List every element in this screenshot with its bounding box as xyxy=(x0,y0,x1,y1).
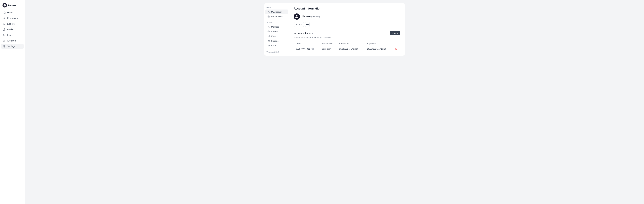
settings-content: Account Information bitdoze (bitdoze) Ed… xyxy=(289,3,405,56)
settings-menu-sso[interactable]: SSO xyxy=(265,43,288,48)
create-button[interactable]: Create xyxy=(390,31,400,35)
settings-menu-memo-label: Memo xyxy=(271,35,277,37)
settings-menu-memo[interactable]: Memo xyxy=(265,34,288,38)
settings-version: Version: v0.22.4 xyxy=(264,49,289,53)
settings-menu-preferences[interactable]: Preferences xyxy=(265,14,288,19)
svg-text:b: b xyxy=(4,4,5,6)
settings-menu-member-label: Member xyxy=(271,26,279,28)
settings-menu-member[interactable]: Member xyxy=(265,24,288,29)
more-button[interactable]: ••• xyxy=(305,22,310,27)
settings-icon xyxy=(3,45,6,48)
settings-menu-system-label: System xyxy=(271,30,278,33)
token-value-cell: eyJh****o9pI xyxy=(294,46,320,52)
resources-icon xyxy=(3,17,6,20)
svg-rect-7 xyxy=(312,48,314,50)
archived-icon xyxy=(3,39,6,42)
access-tokens-section-header: Access Tokens ↗ Create xyxy=(294,31,400,35)
edit-icon xyxy=(296,23,298,26)
edit-button-label: Edit xyxy=(298,23,302,26)
settings-sidebar: Basic My Account Preferences Admin Membe… xyxy=(264,3,289,56)
sidebar-item-label-home: Home xyxy=(7,11,13,14)
settings-basic-label: Basic xyxy=(264,6,289,9)
col-token: Token xyxy=(294,41,320,46)
col-description: Description xyxy=(320,41,337,46)
sidebar-item-inbox[interactable]: Inbox xyxy=(1,32,24,38)
sidebar-item-label-inbox: Inbox xyxy=(7,34,12,36)
account-name: bitdoze xyxy=(302,15,310,18)
sidebar-item-archived[interactable]: Archived xyxy=(1,38,24,43)
sidebar-item-label-settings: Settings xyxy=(7,45,15,48)
app-logo[interactable]: b bitdoze xyxy=(0,2,25,10)
settings-menu-preferences-label: Preferences xyxy=(271,15,282,18)
sidebar-item-label-explore: Explore xyxy=(7,23,14,25)
col-created-at: Created At xyxy=(337,41,365,46)
delete-token-button[interactable] xyxy=(395,48,397,50)
app-name: bitdoze xyxy=(8,4,16,7)
home-icon xyxy=(3,11,6,14)
account-info-header: bitdoze (bitdoze) xyxy=(294,13,400,20)
account-username: (bitdoze) xyxy=(311,15,320,18)
explore-icon xyxy=(3,22,6,25)
sidebar-item-resources[interactable]: Resources xyxy=(1,16,24,21)
memo-icon xyxy=(268,35,270,37)
svg-point-3 xyxy=(268,16,269,17)
preferences-icon xyxy=(268,15,270,18)
my-account-icon xyxy=(268,11,270,13)
member-icon xyxy=(268,26,270,28)
settings-menu-storage-label: Storage xyxy=(271,40,278,42)
sidebar-item-profile[interactable]: Profile xyxy=(1,27,24,32)
app-logo-icon: b xyxy=(2,3,7,7)
settings-menu-storage[interactable]: Storage xyxy=(265,38,288,43)
sidebar-item-settings[interactable]: Settings xyxy=(1,44,24,49)
access-tokens-title: Access Tokens xyxy=(294,32,310,35)
settings-panel: Basic My Account Preferences Admin Membe… xyxy=(264,3,405,56)
sidebar-item-label-resources: Resources xyxy=(7,17,18,19)
svg-rect-4 xyxy=(268,35,270,37)
avatar xyxy=(294,13,300,20)
tokens-table-body: eyJh****o9pI user login 13/08/2024, 17:2… xyxy=(294,46,400,52)
sidebar-item-home[interactable]: Home xyxy=(1,10,24,15)
token-string: eyJh****o9pI xyxy=(296,48,310,50)
settings-menu-sso-label: SSO xyxy=(271,44,276,47)
token-created-at-cell: 13/08/2024, 17:22:36 xyxy=(337,46,365,52)
col-expires-at: Expires At xyxy=(365,41,393,46)
sidebar-nav: Home Resources Explore Profile Inbox Arc… xyxy=(0,10,25,49)
profile-icon xyxy=(3,28,6,31)
system-icon xyxy=(268,30,270,33)
access-tokens-title-row: Access Tokens ↗ xyxy=(294,32,314,35)
account-actions: Edit ••• xyxy=(294,22,400,27)
external-link-icon[interactable]: ↗ xyxy=(312,32,314,35)
account-title: Account Information xyxy=(294,7,400,10)
inbox-icon xyxy=(3,34,6,36)
token-expires-at-cell: 20/08/2024, 17:22:36 xyxy=(365,46,393,52)
sidebar-item-label-archived: Archived xyxy=(7,39,16,42)
account-name-block: bitdoze (bitdoze) xyxy=(302,15,320,18)
tokens-table-head: Token Description Created At Expires At xyxy=(294,41,400,46)
storage-icon xyxy=(268,40,270,42)
edit-button[interactable]: Edit xyxy=(294,22,304,27)
copy-icon[interactable] xyxy=(312,48,314,50)
settings-menu-system[interactable]: System xyxy=(265,29,288,34)
sso-icon xyxy=(268,44,270,47)
sidebar-item-explore[interactable]: Explore xyxy=(1,21,24,26)
sidebar-item-label-profile: Profile xyxy=(7,28,14,31)
svg-point-2 xyxy=(3,23,5,25)
token-description-cell: user login xyxy=(320,46,337,52)
access-tokens-description: A list of all access tokens for your acc… xyxy=(294,36,400,39)
tokens-table: Token Description Created At Expires At … xyxy=(294,41,400,52)
settings-admin-label: Admin xyxy=(264,21,289,24)
token-actions-cell xyxy=(393,46,400,52)
settings-menu-my-account[interactable]: My Account xyxy=(265,9,288,14)
col-actions xyxy=(393,41,400,46)
more-icon: ••• xyxy=(306,23,309,26)
main-content: Basic My Account Preferences Admin Membe… xyxy=(25,0,644,204)
sidebar: b bitdoze Home Resources Explore Profile… xyxy=(0,0,25,204)
settings-menu-my-account-label: My Account xyxy=(271,11,282,13)
table-row: eyJh****o9pI user login 13/08/2024, 17:2… xyxy=(294,46,400,52)
